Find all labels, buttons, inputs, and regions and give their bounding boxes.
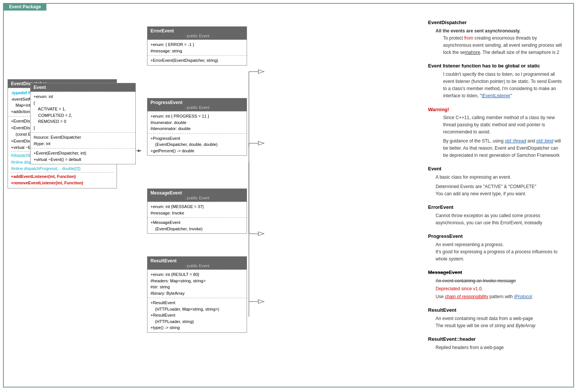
svg-marker-14 [258, 300, 264, 303]
result-title: ResultEvent : public Event [147, 257, 247, 270]
event-attributes: #source: EventDispatcher #type: int [31, 132, 135, 148]
center-panel: generates [8, 15, 419, 362]
message-uml-box: MessageEvent : public Event +enum: int {… [147, 188, 247, 234]
tab-label: Event Package [4, 3, 46, 11]
event-methods: +Event(EventDispatcher, int) +virtual ~E… [31, 148, 135, 164]
error-attributes: +enum: { ERROR = -1 } #message: string [147, 40, 247, 55]
use-chain-link[interactable]: chain of responsibility [445, 294, 488, 299]
message-title: MessageEvent : public Event [147, 189, 247, 202]
event-uml-box: Event +enum: int { ACTIVATE = 1, COMPLET… [30, 83, 136, 164]
desc-progressevent-title: ProgressEvent [428, 233, 564, 240]
desc-resultevent: ResultEvent An event containing result d… [428, 306, 564, 329]
event-enum: +enum: int { ACTIVATE = 1, COMPLETED = 2… [31, 92, 135, 132]
desc-messageevent-title: MessageEvent [428, 269, 564, 276]
result-methods: +ResultEvent (HTTPLoader, Map<string, st… [147, 298, 247, 332]
desc-eventdispatcher-title: EventDispatcher [428, 19, 564, 26]
desc-eventlistener-title: Event listener function has to be global… [428, 62, 564, 70]
right-panel: EventDispatcher All the events are sent … [422, 15, 569, 362]
progress-title: ProgressEvent : public Event [147, 98, 247, 111]
desc-resultevent-header-title: ResultEvent::header [428, 335, 564, 343]
progress-methods: +ProgressEvent (EventDispatcher, double,… [147, 133, 247, 156]
desc-progressevent: ProgressEvent An event representing a pr… [428, 233, 564, 263]
desc-resultevent-header: ResultEvent::header Replied headers from… [428, 335, 564, 351]
diagram-area: generates [8, 15, 419, 362]
event-title: Event [31, 83, 135, 92]
svg-marker-7 [258, 141, 264, 145]
outer-border: Event Package generates [3, 3, 574, 387]
svg-marker-4 [258, 70, 264, 74]
desc-errorevent-title: ErrorEvent [428, 204, 564, 211]
message-attributes: +enum: int {MESSAGE = 37} #message: Invo… [147, 202, 247, 217]
desc-event: Event A basic class for expressing an ev… [428, 165, 564, 198]
result-uml-box: ResultEvent : public Event +enum: int {R… [147, 256, 247, 333]
desc-warning-title: Warning! [428, 106, 564, 113]
desc-warning: Warning! Since C++11, calling member met… [428, 106, 564, 159]
desc-messageevent: MessageEvent An event containing an Invo… [428, 269, 564, 300]
desc-errorevent: ErrorEvent Cannot throw exception as you… [428, 204, 564, 227]
error-title: ErrorEvent : public Event [147, 27, 247, 40]
progress-attributes: +enum: int { PROGRESS = 11 } #numerator:… [147, 111, 247, 133]
message-methods: +MessageEvent (EventDispatcher, Invoke) [147, 217, 247, 233]
desc-eventlistener: Event listener function has to be global… [428, 62, 564, 100]
desc-resultevent-title: ResultEvent [428, 306, 564, 314]
main-content: generates [4, 4, 573, 366]
error-methods: +ErrorEvent(EventDispatcher, string) [147, 55, 247, 65]
desc-eventdispatcher: EventDispatcher All the events are sent … [428, 19, 564, 56]
svg-marker-10 [258, 232, 264, 236]
error-uml-box: ErrorEvent : public Event +enum: { ERROR… [147, 26, 247, 66]
result-attributes: +enum: int {RESULT = 80} #headers: Map<s… [147, 270, 247, 298]
desc-event-title: Event [428, 165, 564, 173]
progress-uml-box: ProgressEvent : public Event +enum: int … [147, 98, 247, 156]
